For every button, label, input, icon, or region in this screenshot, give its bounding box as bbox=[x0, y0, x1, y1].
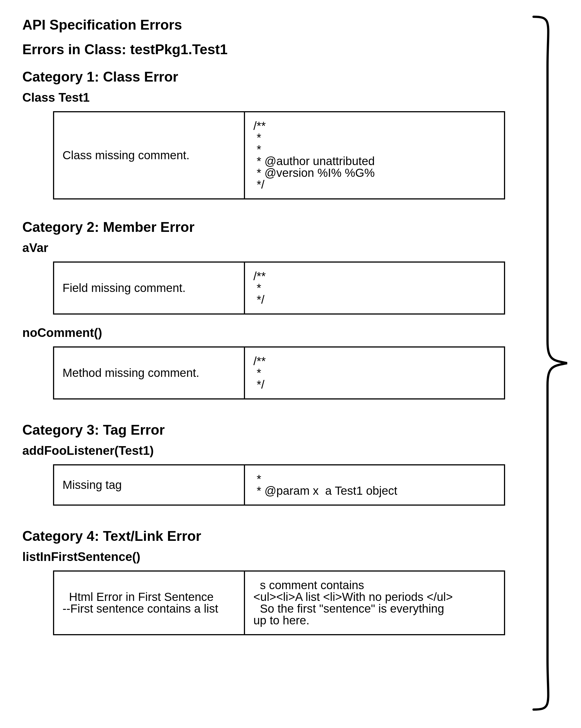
category-4-table: Html Error in First Sentence --First sen… bbox=[53, 570, 505, 635]
category-3-heading: Category 3: Tag Error bbox=[22, 422, 514, 438]
errors-in-class-heading: Errors in Class: testPkg1.Test1 bbox=[22, 41, 514, 57]
error-description: Html Error in First Sentence --First sen… bbox=[54, 571, 245, 635]
category-2-item-a-heading: aVar bbox=[22, 241, 514, 255]
category-3-table: Missing tag * * @param x a Test1 object bbox=[53, 464, 505, 505]
table-row: Missing tag * * @param x a Test1 object bbox=[54, 465, 504, 505]
document-content: API Specification Errors Errors in Class… bbox=[22, 11, 514, 638]
category-1-heading: Category 1: Class Error bbox=[22, 69, 514, 85]
category-2-heading: Category 2: Member Error bbox=[22, 219, 514, 235]
page-title: API Specification Errors bbox=[22, 17, 514, 33]
error-code: /** * */ bbox=[245, 347, 504, 399]
error-code: s comment contains <ul><li>A list <li>Wi… bbox=[245, 571, 504, 635]
category-2-table-b: Method missing comment. /** * */ bbox=[53, 346, 505, 399]
category-4-heading: Category 4: Text/Link Error bbox=[22, 528, 514, 544]
table-row: Html Error in First Sentence --First sen… bbox=[54, 571, 504, 635]
category-2-table-a: Field missing comment. /** * */ bbox=[53, 261, 505, 315]
category-4-item-heading: listInFirstSentence() bbox=[22, 550, 514, 564]
category-1-table: Class missing comment. /** * * * @author… bbox=[53, 111, 505, 200]
table-row: Field missing comment. /** * */ bbox=[54, 262, 504, 314]
error-description: Missing tag bbox=[54, 465, 245, 505]
category-2-item-b-heading: noComment() bbox=[22, 326, 514, 340]
curly-brace-icon bbox=[528, 11, 573, 715]
table-row: Method missing comment. /** * */ bbox=[54, 347, 504, 399]
error-code: * * @param x a Test1 object bbox=[245, 465, 504, 505]
table-row: Class missing comment. /** * * * @author… bbox=[54, 112, 504, 199]
error-description: Method missing comment. bbox=[54, 347, 245, 399]
category-1-item-heading: Class Test1 bbox=[22, 90, 514, 104]
category-3-item-heading: addFooListener(Test1) bbox=[22, 444, 514, 458]
error-description: Class missing comment. bbox=[54, 112, 245, 199]
error-code: /** * */ bbox=[245, 262, 504, 314]
error-code: /** * * * @author unattributed * @versio… bbox=[245, 112, 504, 199]
error-description: Field missing comment. bbox=[54, 262, 245, 314]
